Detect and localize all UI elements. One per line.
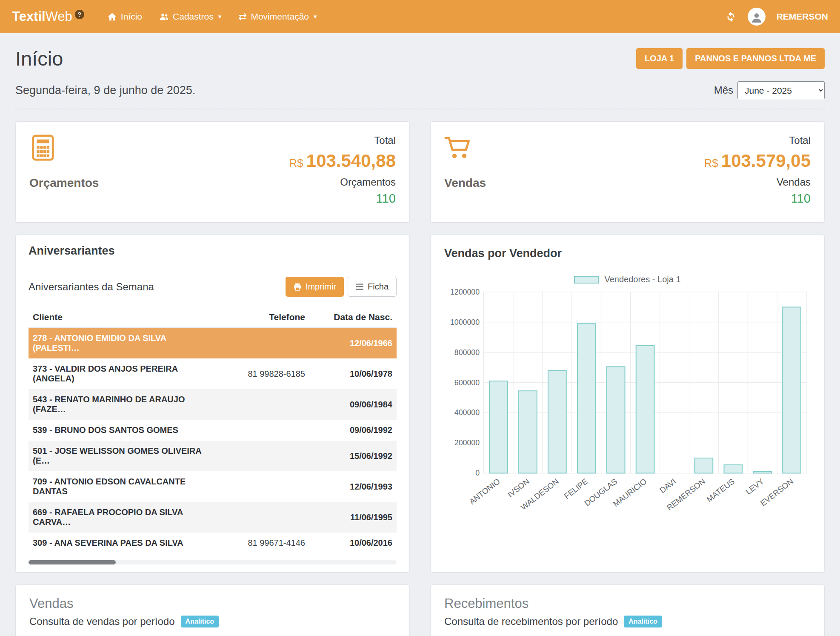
y-tick-label: 1000000 xyxy=(450,318,480,327)
analitico-badge: Analítico xyxy=(181,616,219,627)
date-row: Segunda-feira, 9 de junho de 2025. Mês J… xyxy=(15,81,825,109)
bar-mauricio xyxy=(636,346,654,473)
bottom-row: Vendas Consulta de vendas por período An… xyxy=(15,584,825,636)
column-cliente: Cliente xyxy=(29,307,214,328)
main-nav: Início Cadastros ▾ ⇄ Movimentação ▾ xyxy=(99,0,326,33)
table-row[interactable]: 709 - ANTONIO EDSON CAVALCANTE DANTAS12/… xyxy=(29,471,397,502)
month-picker: Mês June - 2025 xyxy=(714,81,825,99)
recebimentos-report-description: Consulta de recebimentos por período xyxy=(444,616,618,627)
x-tick-label: LEVY xyxy=(744,477,766,496)
header-buttons: LOJA 1 PANNOS E PANNOS LTDA ME xyxy=(636,48,825,69)
store-button[interactable]: LOJA 1 xyxy=(636,48,683,69)
chart-title: Vendas por Vendedor xyxy=(444,247,811,260)
currency-symbol: R$ xyxy=(289,157,303,169)
vendas-report-card: Vendas Consulta de vendas por período An… xyxy=(15,584,410,636)
bar-antonio xyxy=(489,381,508,473)
birthdays-table-body: 278 - ANTONIO EMIDIO DA SILVA (PALESTI…1… xyxy=(29,328,397,554)
legend-label: Vendedores - Loja 1 xyxy=(604,275,680,284)
client-cell: 501 - JOSE WELISSON GOMES OLIVEIRA (E… xyxy=(29,441,214,471)
page-container: Início LOJA 1 PANNOS E PANNOS LTDA ME Se… xyxy=(0,33,840,636)
total-label: Total xyxy=(704,135,811,146)
month-select[interactable]: June - 2025 xyxy=(737,81,825,99)
vendas-report-description: Consulta de vendas por período xyxy=(29,616,175,627)
client-cell: 309 - ANA SEVERINA PAES DA SILVA xyxy=(29,533,214,553)
table-scrollbar-thumb[interactable] xyxy=(29,560,116,564)
imprimir-button[interactable]: Imprimir xyxy=(286,277,344,297)
birthdays-table: Cliente Telefone Data de Nasc. 278 - ANT… xyxy=(29,307,397,553)
orcamentos-count: 110 xyxy=(289,192,396,206)
x-tick-label: EVERSON xyxy=(759,477,795,508)
phone-cell: 81 99671-4146 xyxy=(214,533,309,553)
table-scrollbar-track xyxy=(29,560,397,564)
avatar[interactable] xyxy=(748,8,766,26)
birthdate-cell: 11/06/1995 xyxy=(309,502,397,533)
birthdate-cell: 15/06/1992 xyxy=(309,441,397,471)
username[interactable]: REMERSON xyxy=(777,11,828,22)
brand-logo[interactable]: TextilWeb ? xyxy=(12,9,84,24)
refresh-icon[interactable] xyxy=(725,11,737,23)
analitico-badge: Analítico xyxy=(624,616,662,627)
orcamentos-total-value: R$103.540,88 xyxy=(289,151,396,171)
ficha-button[interactable]: Ficha xyxy=(348,277,397,297)
phone-cell xyxy=(214,389,309,420)
bar-remerson xyxy=(695,458,713,473)
column-data-nasc: Data de Nasc. xyxy=(309,307,397,328)
nav-item-cadastros[interactable]: Cadastros ▾ xyxy=(151,0,230,33)
chevron-down-icon: ▾ xyxy=(218,13,222,20)
table-row[interactable]: 309 - ANA SEVERINA PAES DA SILVA81 99671… xyxy=(29,533,397,553)
vendas-count: 110 xyxy=(704,192,811,206)
brand-web: Web xyxy=(46,9,72,24)
chevron-down-icon: ▾ xyxy=(314,13,317,20)
x-tick-label: MATEUS xyxy=(705,477,737,504)
calculator-icon xyxy=(29,135,99,163)
phone-cell: 81 99828-6185 xyxy=(214,358,309,389)
table-row[interactable]: 373 - VALDIR DOS ANJOS PEREIRA (ANGELA)8… xyxy=(29,358,397,389)
table-row[interactable]: 669 - RAFAELA PROCOPIO DA SILVA CARVA…11… xyxy=(29,502,397,533)
birthdate-cell: 10/06/1978 xyxy=(309,358,397,389)
money-value: 103.579,05 xyxy=(721,151,811,171)
client-cell: 709 - ANTONIO EDSON CAVALCANTE DANTAS xyxy=(29,471,214,502)
legend-swatch-icon xyxy=(574,276,599,284)
month-label: Mês xyxy=(714,84,733,96)
client-cell: 539 - BRUNO DOS SANTOS GOMES xyxy=(29,420,214,441)
y-tick-label: 800000 xyxy=(454,348,480,357)
summary-row: Orçamentos Total R$103.540,88 Orçamentos… xyxy=(15,121,825,223)
table-row[interactable]: 539 - BRUNO DOS SANTOS GOMES09/06/1992 xyxy=(29,420,397,441)
bar-mateus xyxy=(724,465,742,473)
client-cell: 543 - RENATO MARINHO DE ARAUJO (FAZE… xyxy=(29,389,214,420)
phone-cell xyxy=(214,328,309,359)
birthdate-cell: 12/06/1993 xyxy=(309,471,397,502)
cart-icon xyxy=(444,135,486,163)
bar-ivson xyxy=(519,391,537,473)
y-tick-label: 200000 xyxy=(454,438,480,447)
table-row[interactable]: 501 - JOSE WELISSON GOMES OLIVEIRA (E…15… xyxy=(29,441,397,471)
header-row: Início LOJA 1 PANNOS E PANNOS LTDA ME xyxy=(15,47,825,70)
bar-felipe xyxy=(577,324,596,473)
birthdate-cell: 09/06/1984 xyxy=(309,389,397,420)
exchange-icon: ⇄ xyxy=(238,11,247,22)
chart-legend[interactable]: Vendedores - Loja 1 xyxy=(444,275,811,284)
birthdate-cell: 10/06/2016 xyxy=(309,533,397,553)
client-cell: 278 - ANTONIO EMIDIO DA SILVA (PALESTI… xyxy=(29,328,214,359)
column-telefone: Telefone xyxy=(214,307,309,328)
nav-item-inicio[interactable]: Início xyxy=(99,0,151,33)
vendas-label: Vendas xyxy=(444,176,486,190)
client-cell: 669 - RAFAELA PROCOPIO DA SILVA CARVA… xyxy=(29,502,214,533)
bar-douglas xyxy=(607,367,625,473)
home-icon xyxy=(107,12,117,22)
table-row[interactable]: 278 - ANTONIO EMIDIO DA SILVA (PALESTI…1… xyxy=(29,328,397,359)
vendas-total-value: R$103.579,05 xyxy=(704,151,811,171)
company-button[interactable]: PANNOS E PANNOS LTDA ME xyxy=(686,48,825,69)
brand-textil: Textil xyxy=(12,9,46,24)
bar-levy xyxy=(753,472,771,473)
nav-item-movimentacao[interactable]: ⇄ Movimentação ▾ xyxy=(230,0,325,33)
total-label: Total xyxy=(289,135,396,146)
imprimir-label: Imprimir xyxy=(306,282,336,292)
x-tick-label: IVSON xyxy=(506,477,531,499)
money-value: 103.540,88 xyxy=(306,151,396,171)
navbar: TextilWeb ? Início Cadastros ▾ ⇄ Movimen… xyxy=(0,0,840,33)
table-row[interactable]: 543 - RENATO MARINHO DE ARAUJO (FAZE…09/… xyxy=(29,389,397,420)
x-tick-label: DAVI xyxy=(658,477,677,495)
help-icon[interactable]: ? xyxy=(75,10,84,19)
nav-label: Início xyxy=(121,11,142,22)
